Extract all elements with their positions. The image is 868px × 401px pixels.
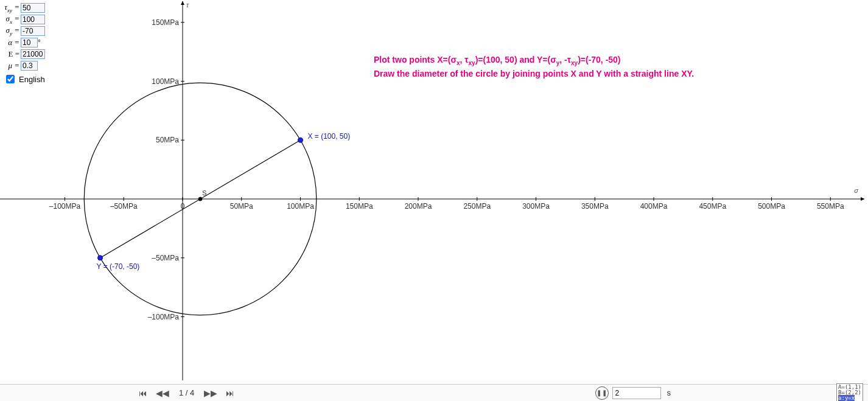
construction-protocol-icon[interactable]: A=(1,1)B=(2,2)a:y=x bbox=[836, 383, 863, 401]
svg-text:200MPa: 200MPa bbox=[405, 202, 432, 211]
last-step-button[interactable]: ⏭ bbox=[223, 387, 237, 399]
speed-unit: s bbox=[667, 388, 671, 397]
svg-text:50MPa: 50MPa bbox=[156, 136, 179, 144]
svg-text:–50MPa: –50MPa bbox=[152, 254, 179, 262]
svg-text:–50MPa: –50MPa bbox=[110, 202, 138, 211]
svg-text:50MPa: 50MPa bbox=[230, 202, 253, 211]
svg-text:X = (100, 50): X = (100, 50) bbox=[308, 132, 351, 141]
svg-text:500MPa: 500MPa bbox=[758, 202, 785, 211]
svg-point-48 bbox=[198, 197, 202, 201]
svg-text:150MPa: 150MPa bbox=[152, 18, 179, 27]
svg-text:τ: τ bbox=[186, 1, 189, 9]
speed-input[interactable] bbox=[612, 387, 661, 399]
svg-text:400MPa: 400MPa bbox=[640, 202, 668, 211]
svg-point-44 bbox=[298, 138, 303, 142]
mohrs-circle-chart[interactable]: στ–100MPa–50MPa050MPa100MPa150MPa200MPa2… bbox=[0, 0, 868, 384]
step-indicator: 1 / 4 bbox=[175, 388, 198, 397]
svg-text:–100MPa: –100MPa bbox=[49, 202, 81, 211]
svg-text:450MPa: 450MPa bbox=[699, 202, 726, 211]
svg-text:550MPa: 550MPa bbox=[817, 202, 844, 211]
svg-text:S: S bbox=[202, 189, 206, 197]
svg-text:100MPa: 100MPa bbox=[152, 77, 179, 86]
svg-text:150MPa: 150MPa bbox=[346, 202, 373, 211]
playback-toolbar: ⏮ ◀◀ 1 / 4 ▶▶ ⏭ ❚❚ s A=(1,1)B=(2,2)a:y=x bbox=[0, 384, 868, 401]
svg-text:–100MPa: –100MPa bbox=[148, 313, 180, 321]
svg-text:300MPa: 300MPa bbox=[522, 202, 550, 211]
svg-text:100MPa: 100MPa bbox=[287, 202, 314, 211]
svg-point-46 bbox=[98, 256, 103, 260]
svg-text:Y = (-70, -50): Y = (-70, -50) bbox=[97, 262, 140, 271]
svg-text:σ: σ bbox=[854, 187, 858, 194]
first-step-button[interactable]: ⏮ bbox=[136, 387, 150, 399]
svg-text:350MPa: 350MPa bbox=[581, 202, 609, 211]
svg-text:250MPa: 250MPa bbox=[463, 202, 491, 211]
next-step-button[interactable]: ▶▶ bbox=[201, 387, 220, 399]
pause-button[interactable]: ❚❚ bbox=[595, 386, 609, 400]
prev-step-button[interactable]: ◀◀ bbox=[153, 387, 172, 399]
